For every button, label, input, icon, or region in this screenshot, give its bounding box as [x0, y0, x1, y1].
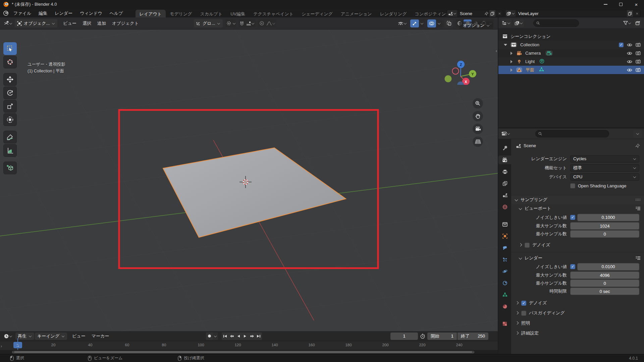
r-max-samples-field[interactable]: 4096: [570, 272, 639, 279]
viewlayer-name[interactable]: ViewLayer: [516, 11, 626, 16]
outliner-filter-images-dropdown[interactable]: [514, 19, 524, 27]
disable-render-camera-icon[interactable]: [636, 68, 641, 72]
disable-render-camera-icon[interactable]: [636, 43, 641, 47]
auto-key-dropdown[interactable]: [213, 333, 218, 340]
preset-list-icon[interactable]: [636, 256, 641, 260]
editor-type-button[interactable]: [3, 19, 13, 27]
viewport-menu-object[interactable]: オブジェクト: [109, 20, 142, 26]
viewlayer-copy-button[interactable]: [627, 10, 633, 17]
new-collection-button[interactable]: [634, 19, 641, 27]
pin-icon[interactable]: [635, 143, 640, 148]
scene-browse-button[interactable]: [447, 10, 457, 17]
vp-denoise-checkbox[interactable]: [525, 243, 530, 248]
tab-sculpting[interactable]: スカルプト: [196, 10, 227, 18]
tab-modeling[interactable]: モデリング: [166, 10, 196, 18]
xray-toggle[interactable]: [444, 19, 453, 27]
timeline-menu-marker[interactable]: マーカー: [89, 333, 112, 339]
viewport-panel-header[interactable]: ビューポート: [511, 204, 644, 213]
tab-tool[interactable]: [499, 144, 511, 153]
tab-collection-props[interactable]: [499, 220, 511, 229]
vp-denoise-panel-header[interactable]: デノイズ: [511, 241, 644, 249]
gizmo-settings-dropdown[interactable]: [419, 19, 425, 27]
tab-object[interactable]: [499, 232, 511, 240]
render-engine-dropdown[interactable]: Cycles: [570, 155, 639, 163]
play-reverse-button[interactable]: [235, 333, 242, 340]
auto-key-toggle[interactable]: [206, 333, 213, 340]
maximize-button[interactable]: [613, 0, 629, 9]
viewlayer-remove-button[interactable]: ×: [634, 11, 640, 16]
denoise-panel-header[interactable]: デノイズ: [511, 299, 644, 307]
tab-texture-paint[interactable]: テクスチャペイント: [249, 10, 298, 18]
tab-shading[interactable]: シェーディング: [298, 10, 337, 18]
viewport-menu-select[interactable]: 選択: [79, 20, 94, 26]
timeline-ruler[interactable]: 20406080100120140160180200220240 1: [0, 341, 498, 350]
outliner-row-camera[interactable]: Camera: [498, 49, 644, 57]
pin-icon[interactable]: [484, 11, 489, 16]
overlays-settings-dropdown[interactable]: [436, 19, 442, 27]
tab-rendering[interactable]: レンダリング: [376, 10, 411, 18]
tool-add-primitive[interactable]: [3, 162, 17, 174]
properties-options-dropdown[interactable]: [633, 130, 642, 138]
falloff-dropdown[interactable]: [265, 19, 276, 27]
scene-copy-button[interactable]: [489, 10, 495, 17]
osl-checkbox[interactable]: [570, 183, 575, 188]
jump-to-end-button[interactable]: [255, 333, 262, 340]
timeline-editor-type-button[interactable]: [3, 332, 13, 340]
tab-output[interactable]: [499, 167, 511, 176]
jump-to-start-button[interactable]: [222, 333, 228, 340]
tab-world[interactable]: [499, 202, 511, 211]
properties-search[interactable]: [535, 130, 609, 137]
close-button[interactable]: ×: [629, 0, 644, 9]
blender-menu-icon[interactable]: [2, 9, 10, 17]
tab-modifiers[interactable]: [499, 243, 511, 252]
expand-icon[interactable]: [511, 52, 513, 55]
snap-settings-dropdown[interactable]: [245, 19, 256, 27]
frame-start-field[interactable]: 開始1: [427, 333, 457, 340]
scene-unlink-button[interactable]: ×: [496, 11, 503, 16]
tab-view-layer[interactable]: [499, 179, 511, 188]
camera-view-button[interactable]: [473, 124, 483, 134]
hide-eye-icon[interactable]: [627, 43, 632, 47]
proportional-edit-toggle[interactable]: [258, 19, 265, 27]
tool-select-box[interactable]: [3, 42, 17, 55]
outliner-search-input[interactable]: [542, 21, 576, 25]
tab-physics[interactable]: [499, 267, 511, 276]
playback-menu[interactable]: 再生: [15, 333, 34, 340]
hide-eye-icon[interactable]: [627, 68, 632, 72]
options-dropdown[interactable]: オプション: [460, 21, 493, 29]
tab-render[interactable]: [498, 156, 511, 164]
vp-max-samples-field[interactable]: 1024: [570, 222, 639, 230]
tab-layout[interactable]: レイアウト: [136, 10, 166, 18]
render-panel-header[interactable]: レンダー: [511, 252, 644, 262]
vp-noise-checkbox[interactable]: [570, 215, 575, 220]
keying-menu[interactable]: キーイング: [35, 333, 67, 340]
outliner-row-collection[interactable]: Collection: [498, 41, 644, 49]
sampling-panel-header[interactable]: サンプリング: [511, 195, 644, 204]
tab-animation[interactable]: アニメーション: [337, 10, 376, 18]
mode-dropdown[interactable]: オブジェク...: [15, 19, 57, 27]
timeline-expand-arrow[interactable]: ›: [1, 344, 2, 349]
show-object-types-dropdown[interactable]: [397, 19, 408, 27]
feature-set-dropdown[interactable]: 標準: [570, 164, 639, 172]
outliner-filter-dropdown[interactable]: [622, 19, 632, 27]
tab-scene[interactable]: [499, 191, 511, 199]
tab-material[interactable]: [499, 302, 511, 311]
path-guiding-panel-header[interactable]: パスガイディング: [511, 309, 644, 317]
properties-search-input[interactable]: [544, 131, 606, 136]
expand-icon[interactable]: [511, 68, 513, 72]
hide-eye-icon[interactable]: [627, 51, 632, 55]
path-guiding-checkbox[interactable]: [521, 311, 526, 316]
vp-min-samples-field[interactable]: 0: [570, 230, 639, 238]
tool-annotate[interactable]: [3, 131, 17, 143]
outliner-search[interactable]: [533, 19, 579, 27]
tool-move[interactable]: [3, 73, 17, 86]
current-frame-field[interactable]: 1: [390, 333, 418, 340]
viewport-menu-add[interactable]: 追加: [94, 20, 109, 26]
tool-rotate[interactable]: [3, 86, 17, 99]
tool-measure[interactable]: [3, 144, 17, 157]
vp-noise-value-field[interactable]: 0.1000: [577, 214, 639, 221]
viewlayer-browse-button[interactable]: [505, 10, 516, 17]
disable-render-camera-icon[interactable]: [636, 59, 641, 64]
device-dropdown[interactable]: CPU: [570, 173, 639, 181]
outliner-display-mode-dropdown[interactable]: [501, 19, 512, 27]
